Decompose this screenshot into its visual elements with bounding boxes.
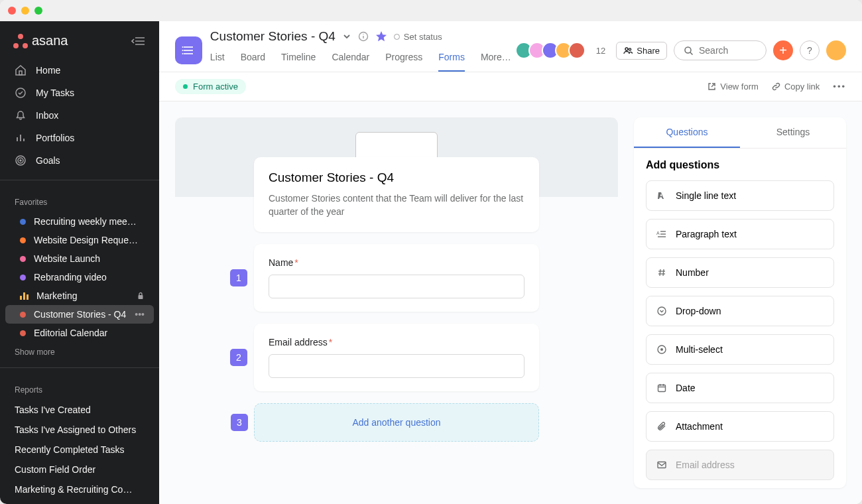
paperclip-icon [656, 421, 668, 432]
favorite-item[interactable]: Website Design Reque… [5, 231, 154, 249]
tab-list[interactable]: List [210, 46, 225, 72]
member-avatar[interactable] [568, 42, 585, 59]
svg-line-33 [660, 269, 660, 276]
favorite-item[interactable]: Customer Stories - Q4••• [5, 305, 154, 324]
question-number: 1 [230, 269, 247, 286]
panel-tab-questions[interactable]: Questions [634, 117, 740, 148]
sidebar-nav-my-tasks[interactable]: My Tasks [5, 82, 154, 104]
sidebar-nav-label: Portfolios [36, 133, 74, 143]
view-form-link[interactable]: View form [708, 82, 759, 92]
svg-text:A: A [656, 231, 660, 235]
svg-point-10 [20, 160, 21, 161]
view-form-label: View form [720, 82, 759, 92]
bars-icon [15, 132, 27, 144]
question-type-label: Attachment [676, 421, 723, 432]
sidebar-nav-home[interactable]: Home [5, 59, 154, 82]
more-icon[interactable]: ••• [135, 309, 145, 320]
question-input-preview [269, 275, 524, 298]
search-box[interactable] [674, 40, 767, 60]
window-zoom[interactable] [34, 7, 42, 15]
create-button[interactable]: + [773, 40, 793, 60]
question-type-label: Single line text [676, 190, 736, 201]
add-question-button[interactable]: 3 Add another question [254, 403, 539, 442]
current-user-avatar[interactable] [826, 40, 846, 60]
report-item[interactable]: Recently Completed Tasks [0, 440, 159, 460]
favorite-item[interactable]: Editorial Calendar [5, 324, 154, 342]
search-icon [684, 46, 694, 56]
svg-point-24 [685, 47, 691, 53]
sidebar-nav-inbox[interactable]: Inbox [5, 104, 154, 127]
sidebar: asana HomeMy TasksInboxPortfoliosGoals F… [0, 21, 159, 504]
question-type-multi-select[interactable]: Multi-select [646, 334, 834, 365]
window-close[interactable] [8, 7, 16, 15]
sidebar-nav-portfolios[interactable]: Portfolios [5, 127, 154, 149]
panel-tab-settings[interactable]: Settings [740, 117, 846, 148]
favorite-item[interactable]: Recruiting weekly mee… [5, 212, 154, 231]
question-type-paragraph-text[interactable]: AParagraph text [646, 219, 834, 249]
form-side-panel: QuestionsSettings Add questions Single l… [634, 117, 846, 488]
show-more-favorites[interactable]: Show more [0, 342, 159, 362]
paragraph-icon: A [656, 229, 668, 239]
svg-marker-21 [376, 31, 387, 41]
question-input-preview [269, 354, 524, 378]
window-minimize[interactable] [21, 7, 29, 15]
bell-icon [15, 109, 27, 121]
calendar-icon [656, 383, 668, 393]
svg-line-25 [690, 52, 693, 55]
svg-line-26 [711, 84, 715, 87]
form-question-card[interactable]: 1 Name* [254, 244, 539, 312]
favorite-label: Website Launch [34, 253, 100, 264]
project-menu-chevron-icon[interactable] [342, 32, 351, 41]
color-dot-icon [20, 256, 26, 262]
tab-timeline[interactable]: Timeline [281, 46, 316, 72]
favorite-item[interactable]: Website Launch [5, 249, 154, 268]
favorite-item[interactable]: Rebranding video [5, 268, 154, 286]
question-type-single-line-text[interactable]: Single line text [646, 180, 834, 211]
question-type-drop-down[interactable]: Drop-down [646, 296, 834, 326]
question-type-date[interactable]: Date [646, 373, 834, 403]
question-type-email-address: Email address [646, 450, 834, 480]
report-item[interactable]: Marketing & Recruiting Co… [0, 479, 159, 499]
favorite-label: Customer Stories - Q4 [34, 309, 126, 320]
lock-icon [137, 292, 145, 300]
tab-progress[interactable]: Progress [385, 46, 422, 72]
favorite-item[interactable]: Marketing [5, 286, 154, 305]
svg-rect-38 [658, 385, 666, 392]
question-type-number[interactable]: Number [646, 257, 834, 288]
question-label: Name* [269, 257, 524, 268]
color-dot-icon [20, 312, 26, 318]
tab-board[interactable]: Board [241, 46, 265, 72]
form-title: Customer Stories - Q4 [269, 170, 524, 185]
brand-logo[interactable]: asana [13, 33, 68, 48]
star-icon[interactable] [375, 31, 387, 42]
svg-point-17 [182, 53, 184, 54]
member-avatars[interactable] [519, 42, 585, 59]
svg-rect-11 [139, 295, 143, 299]
help-button[interactable]: ? [800, 40, 820, 60]
search-input[interactable] [699, 45, 752, 56]
question-type-label: Email address [676, 460, 735, 470]
form-description: Customer Stories content that the Team w… [269, 192, 524, 219]
question-type-attachment[interactable]: Attachment [646, 411, 834, 442]
form-header-card[interactable]: Customer Stories - Q4 Customer Stories c… [254, 157, 539, 232]
tab-forms[interactable]: Forms [438, 46, 465, 72]
text-icon [656, 190, 668, 201]
sidebar-nav-goals[interactable]: Goals [5, 149, 154, 172]
report-item[interactable]: Tasks I've Assigned to Others [0, 420, 159, 440]
question-number: 3 [231, 414, 248, 431]
collapse-sidebar-button[interactable] [131, 36, 146, 46]
svg-point-15 [182, 46, 184, 48]
envelope-icon [656, 460, 668, 470]
info-icon[interactable] [358, 31, 369, 42]
favorite-label: Editorial Calendar [34, 328, 107, 338]
report-item[interactable]: Custom Field Order [0, 460, 159, 479]
svg-point-23 [629, 48, 631, 50]
form-question-card[interactable]: 2 Email address* [254, 324, 539, 391]
copy-link[interactable]: Copy link [772, 82, 820, 92]
more-menu[interactable]: ••• [833, 82, 846, 92]
tab-more[interactable]: More… [481, 46, 511, 72]
report-item[interactable]: Tasks I've Created [0, 400, 159, 420]
tab-calendar[interactable]: Calendar [332, 46, 369, 72]
share-button[interactable]: Share [616, 42, 667, 60]
set-status-button[interactable]: Set status [394, 32, 442, 42]
